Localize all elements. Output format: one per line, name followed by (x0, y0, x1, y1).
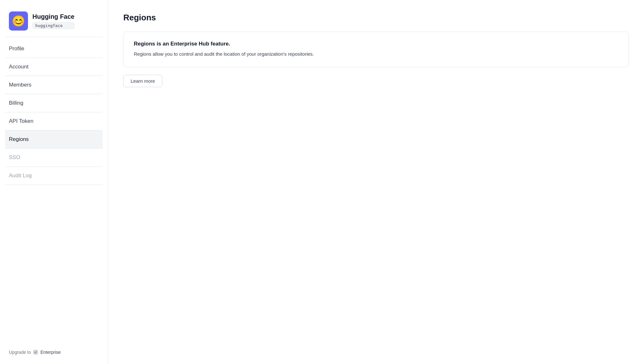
enterprise-icon (33, 349, 38, 355)
main-content: Regions Regions is an Enterprise Hub fea… (108, 0, 644, 364)
enterprise-badge: Enterprise (40, 350, 61, 355)
page-title: Regions (123, 13, 629, 23)
feature-card-title: Regions is an Enterprise Hub feature. (134, 41, 618, 47)
nav-list: Profile Account Members Billing API Toke… (5, 40, 103, 185)
upgrade-prefix: Upgrade to (9, 350, 31, 355)
sidebar-item-audit-log: Audit Log (5, 167, 103, 185)
sidebar-item-regions[interactable]: Regions (5, 130, 103, 149)
upgrade-section[interactable]: Upgrade to Enterprise (5, 344, 103, 358)
learn-more-button[interactable]: Learn more (123, 75, 162, 87)
sidebar-item-billing[interactable]: Billing (5, 94, 103, 112)
sidebar-item-account[interactable]: Account (5, 58, 103, 76)
feature-card-description: Regions allow you to control and audit t… (134, 50, 618, 58)
org-avatar: 😊 (9, 11, 28, 31)
org-username-badge: huggingface (32, 22, 74, 29)
sidebar-item-api-token[interactable]: API Token (5, 112, 103, 130)
sidebar-item-sso: SSO (5, 149, 103, 167)
sidebar-item-profile[interactable]: Profile (5, 40, 103, 58)
org-name: Hugging Face (32, 13, 74, 20)
org-info: Hugging Face huggingface (32, 13, 74, 29)
org-header: 😊 Hugging Face huggingface (5, 6, 103, 37)
sidebar-item-members[interactable]: Members (5, 76, 103, 94)
sidebar: 😊 Hugging Face huggingface Profile Accou… (0, 0, 108, 364)
feature-card: Regions is an Enterprise Hub feature. Re… (123, 32, 629, 67)
